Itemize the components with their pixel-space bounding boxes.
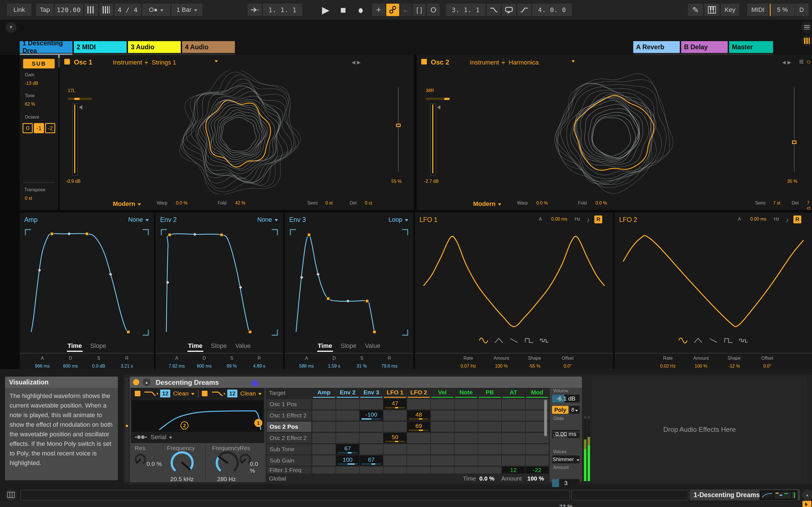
osc2-det-value[interactable]: 7 ct	[807, 201, 812, 211]
sub-gain-value[interactable]: -13 dB	[25, 81, 38, 86]
osc2-semi-value[interactable]: 7 st	[773, 201, 780, 206]
matrix-cell[interactable]	[360, 399, 383, 409]
fader-flag[interactable]	[435, 105, 441, 110]
lfo1-attack-value[interactable]: 0.00 ms	[551, 217, 567, 222]
matrix-cell[interactable]	[336, 410, 359, 420]
matrix-cell[interactable]	[478, 433, 501, 443]
matrix-cell-value[interactable]: 48	[407, 411, 430, 418]
matrix-cell[interactable]	[455, 399, 477, 409]
matrix-cell[interactable]: 100	[336, 455, 359, 466]
draw-mode-button[interactable]: ✎	[688, 4, 703, 16]
matrix-cell[interactable]	[455, 455, 477, 466]
tab-time[interactable]: Time	[318, 342, 332, 349]
tab-slope[interactable]: Slope	[90, 342, 106, 349]
matrix-cell[interactable]	[312, 467, 336, 473]
stop-button[interactable]: ■	[335, 4, 351, 16]
adsr-s-value[interactable]: 31 %	[348, 363, 375, 369]
shape-sine-icon[interactable]	[678, 337, 688, 345]
midi-map-button[interactable]: MIDI	[747, 4, 769, 16]
matrix-cell[interactable]	[502, 421, 525, 432]
matrix-cell[interactable]	[455, 444, 477, 454]
adsr-s-value[interactable]: 99 %	[218, 363, 246, 369]
computer-midi-keyboard-button[interactable]	[704, 4, 719, 16]
osc2-warp-value[interactable]: 0.0 %	[536, 201, 548, 206]
adsr-r-value[interactable]: 79.6 ms	[375, 363, 403, 369]
osc2-pan-value[interactable]: 38R	[426, 88, 434, 93]
matrix-cell[interactable]	[431, 467, 454, 473]
adsr-s-value[interactable]: 0.0 dB	[85, 363, 113, 369]
matrix-cell[interactable]	[384, 410, 407, 420]
osc1-det-value[interactable]: 0 ct	[365, 201, 372, 206]
matrix-cell[interactable]	[455, 433, 477, 443]
matrix-cell[interactable]	[478, 467, 501, 473]
matrix-cell[interactable]	[431, 444, 454, 454]
osc1-position-handle[interactable]	[396, 124, 401, 127]
matrix-column-env3[interactable]: Env 3	[360, 389, 383, 396]
matrix-cell[interactable]	[478, 444, 501, 454]
adsr-d-value[interactable]: 600 ms	[56, 363, 85, 369]
selected-device-panel[interactable]: 1-Descenting Dreams	[690, 489, 800, 501]
matrix-cell[interactable]	[525, 455, 549, 466]
shape-value[interactable]: -55 %	[518, 363, 551, 369]
lfo2-waveform[interactable]	[617, 227, 809, 335]
filter1-type-icon[interactable]	[143, 390, 158, 397]
matrix-cell-value[interactable]: 67	[336, 445, 359, 452]
tempo-field[interactable]: 120.00	[55, 4, 83, 16]
filter-response-display[interactable]: 21	[132, 400, 263, 432]
browser-toggle-button[interactable]: ▼	[6, 22, 16, 33]
matrix-column-mod[interactable]: Mod	[525, 389, 549, 396]
matrix-column-amp[interactable]: Amp	[312, 389, 336, 396]
knob-value-3[interactable]: 280 Hz	[217, 476, 236, 483]
nudge-up-button[interactable]	[99, 4, 113, 16]
matrix-cell-value[interactable]: 50	[384, 434, 407, 441]
mixer-toggle-button[interactable]	[801, 35, 812, 47]
sub-tone-value[interactable]: 62 %	[25, 102, 35, 107]
lfo2-attack-value[interactable]: 0.00 ms	[750, 217, 766, 222]
shape-square-icon[interactable]	[524, 337, 534, 345]
device-title-bar[interactable]: ▲ Descenting Dreams	[130, 377, 582, 388]
poly-voices-selector[interactable]: 8	[569, 406, 580, 414]
matrix-cell[interactable]	[312, 455, 336, 466]
matrix-cell[interactable]	[384, 455, 407, 466]
matrix-cell[interactable]	[312, 421, 336, 432]
pan-slider-handle[interactable]	[74, 98, 80, 100]
punch-out-button[interactable]	[517, 4, 531, 16]
matrix-cell[interactable]	[360, 444, 383, 454]
filter1-toggle[interactable]	[135, 391, 140, 396]
matrix-target-filter-1-freq[interactable]: Filter 1 Freq	[267, 467, 311, 473]
lfo1-hz-toggle[interactable]: Hz	[574, 217, 580, 222]
matrix-cell[interactable]	[336, 399, 359, 409]
unison-mode-selector[interactable]: Shimmer	[552, 455, 580, 463]
matrix-cell[interactable]	[478, 410, 501, 420]
matrix-cell[interactable]	[525, 444, 549, 454]
matrix-column-note[interactable]: Note	[455, 389, 477, 396]
quantization-selector[interactable]: 1 Bar	[171, 4, 202, 16]
computer-keyboard-status-button[interactable]	[5, 489, 17, 501]
osc1-category-selector[interactable]: Instrument	[113, 59, 148, 66]
master-track-header[interactable]: Master	[729, 41, 773, 53]
loop-length-field[interactable]: 4. 0. 0	[532, 4, 572, 16]
matrix-cell[interactable]	[478, 399, 501, 409]
amount-value[interactable]: 100 %	[485, 363, 518, 369]
osc1-warp-value[interactable]: 0.0 %	[176, 201, 188, 206]
octave-0-button[interactable]: 0	[22, 123, 33, 133]
osc1-toggle[interactable]	[64, 59, 70, 64]
osc2-pan-slider[interactable]	[426, 98, 450, 100]
matrix-target-osc-2-effect-2[interactable]: Osc 2 Effect 2	[267, 433, 311, 443]
octave-minus2-button[interactable]: -2	[45, 123, 55, 133]
filter1-slope-button[interactable]: 12	[160, 390, 170, 397]
amp-envelope-curve[interactable]	[22, 227, 151, 338]
lfo2-sync-note-icon[interactable]: ♪	[785, 216, 789, 224]
matrix-column-vel[interactable]: Vel	[431, 389, 454, 396]
osc2-list-view-button[interactable]: ≡	[799, 57, 804, 66]
session-record-link-button[interactable]	[386, 4, 399, 16]
filter2-circuit-selector[interactable]: Clean	[240, 390, 262, 397]
poly-mono-switch[interactable]: Poly	[552, 406, 568, 414]
lfo1-waveform[interactable]	[418, 227, 610, 335]
back-to-arrangement-button[interactable]: ←	[400, 4, 412, 16]
matrix-cell-value[interactable]: 100	[336, 456, 359, 463]
tab-time[interactable]: Time	[67, 342, 82, 349]
matrix-cell[interactable]	[431, 421, 454, 432]
matrix-cell[interactable]	[502, 455, 525, 466]
tab-slope[interactable]: Slope	[211, 342, 227, 349]
